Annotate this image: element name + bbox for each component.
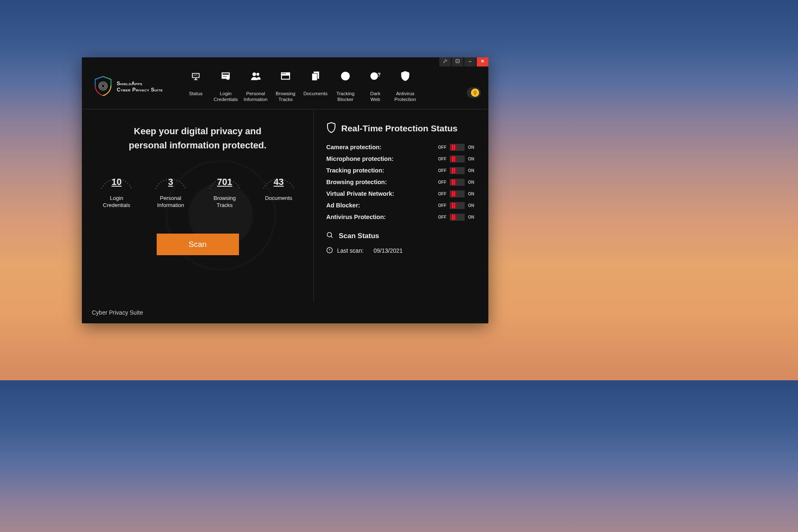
close-button[interactable] — [477, 57, 488, 66]
protection-label: Antivirus Protection: — [326, 214, 386, 220]
nav-browsing-tracks[interactable]: BrowsingTracks — [271, 69, 300, 103]
nav-documents[interactable]: Documents — [300, 69, 330, 103]
protection-label: Browsing protection: — [326, 179, 387, 185]
gauge-label: PersonalInformation — [148, 195, 194, 209]
svg-rect-6 — [195, 78, 197, 79]
gauge-browsing-tracks[interactable]: 701 BrowsingTracks — [202, 164, 248, 209]
svg-text:?: ? — [378, 72, 381, 78]
protection-row: Microphone protection:OFFON — [326, 155, 474, 163]
protection-row: Tracking protection:OFFON — [326, 167, 474, 174]
radar-icon — [340, 71, 351, 83]
shield-check-icon — [400, 71, 411, 83]
gauge-login-credentials[interactable]: 10 LoginCredentials — [94, 164, 140, 209]
app-logo: ShieldApps Cyber Privacy Suite — [94, 76, 181, 98]
svg-point-2 — [100, 83, 106, 89]
protection-list: Camera protection:OFFONMicrophone protec… — [326, 144, 474, 221]
nav-label: Status — [181, 91, 211, 97]
brand-line2: Cyber Privacy Suite — [117, 87, 163, 93]
nav-label: TrackingBlocker — [330, 91, 360, 103]
tools-button[interactable] — [439, 57, 451, 66]
tools-icon — [443, 59, 448, 65]
gauge-value: 701 — [205, 177, 244, 187]
main-nav: Status LoginCredentials PersonalInformat… — [181, 69, 488, 103]
svg-point-20 — [283, 73, 284, 74]
right-panel: Real-Time Protection Status Camera prote… — [314, 109, 488, 302]
documents-icon — [310, 71, 321, 83]
header: ShieldApps Cyber Privacy Suite Status Lo… — [82, 57, 488, 109]
alert-circle-icon — [326, 247, 333, 255]
app-window: ShieldApps Cyber Privacy Suite Status Lo… — [82, 57, 488, 323]
on-label: ON — [468, 145, 474, 150]
protection-toggle[interactable] — [450, 155, 465, 163]
scan-button[interactable]: Scan — [157, 234, 239, 255]
protection-row: Ad Blocker:OFFON — [326, 202, 474, 209]
svg-point-19 — [282, 73, 283, 74]
people-icon — [250, 71, 261, 83]
gauge-personal-information[interactable]: 3 PersonalInformation — [148, 164, 194, 209]
minimize-button[interactable] — [464, 57, 476, 66]
protection-toggle[interactable] — [450, 214, 465, 221]
protection-label: Camera protection: — [326, 144, 382, 150]
protection-toggle[interactable] — [450, 179, 465, 186]
protection-toggle[interactable] — [450, 202, 465, 209]
hint-lamp-toggle[interactable] — [467, 87, 481, 98]
shield-icon — [326, 122, 336, 135]
protection-toggle[interactable] — [450, 167, 465, 174]
globe-question-icon: ? — [370, 71, 381, 83]
nav-login-credentials[interactable]: LoginCredentials — [211, 69, 241, 103]
protection-toggle[interactable] — [450, 190, 465, 197]
off-label: OFF — [438, 145, 446, 150]
gauge-label: BrowsingTracks — [202, 195, 248, 209]
nav-label: LoginCredentials — [211, 91, 241, 103]
window-icon — [280, 71, 291, 83]
info-icon — [455, 59, 460, 65]
on-label: ON — [468, 157, 474, 161]
protection-label: Tracking protection: — [326, 167, 384, 174]
nav-status[interactable]: Status — [181, 69, 211, 103]
svg-point-14 — [226, 76, 227, 77]
last-scan-row: Last scan: 09/13/2021 — [326, 247, 474, 255]
protection-row: Browsing protection:OFFON — [326, 179, 474, 186]
svg-point-30 — [327, 232, 332, 237]
footer-text: Cyber Privacy Suite — [92, 309, 143, 316]
on-label: ON — [468, 192, 474, 196]
svg-point-12 — [223, 76, 224, 77]
nav-label: AntivirusProtection — [390, 91, 420, 103]
svg-rect-22 — [282, 76, 289, 79]
headline: Keep your digital privacy andpersonal in… — [92, 124, 303, 153]
protection-toggle[interactable] — [450, 144, 465, 151]
gauge-row: 10 LoginCredentials 3 PersonalInformatio… — [92, 164, 303, 209]
nav-label: BrowsingTracks — [271, 91, 300, 103]
svg-point-15 — [252, 72, 256, 76]
svg-point-16 — [256, 73, 259, 76]
svg-point-1 — [101, 84, 105, 88]
nav-personal-information[interactable]: PersonalInformation — [241, 69, 271, 103]
off-label: OFF — [438, 203, 446, 208]
protection-row: Antivirus Protection:OFFON — [326, 214, 474, 221]
info-button[interactable] — [452, 57, 463, 66]
gauge-label: LoginCredentials — [94, 195, 140, 209]
shield-fingerprint-icon — [94, 76, 113, 98]
on-label: ON — [468, 168, 474, 173]
main-content: Keep your digital privacy andpersonal in… — [82, 109, 488, 302]
last-scan-date: 09/13/2021 — [374, 247, 403, 254]
protection-row: Camera protection:OFFON — [326, 144, 474, 151]
nav-dark-web[interactable]: ? DarkWeb — [360, 69, 390, 103]
gauge-value: 3 — [151, 177, 190, 187]
nav-antivirus-protection[interactable]: AntivirusProtection — [390, 69, 420, 103]
lock-icon — [220, 71, 231, 83]
svg-rect-7 — [194, 79, 197, 80]
protection-label: Microphone protection: — [326, 155, 394, 162]
gauge-documents[interactable]: 43 Documents — [256, 164, 302, 209]
footer: Cyber Privacy Suite — [82, 302, 488, 323]
scan-status-heading: Scan Status — [326, 232, 474, 241]
lightbulb-icon — [471, 89, 479, 97]
off-label: OFF — [438, 157, 446, 161]
gauge-value: 10 — [97, 177, 136, 187]
gauge-value: 43 — [259, 177, 298, 187]
svg-rect-9 — [222, 73, 229, 74]
on-label: ON — [468, 203, 474, 208]
svg-point-21 — [285, 73, 286, 74]
nav-tracking-blocker[interactable]: TrackingBlocker — [330, 69, 360, 103]
off-label: OFF — [438, 168, 446, 173]
